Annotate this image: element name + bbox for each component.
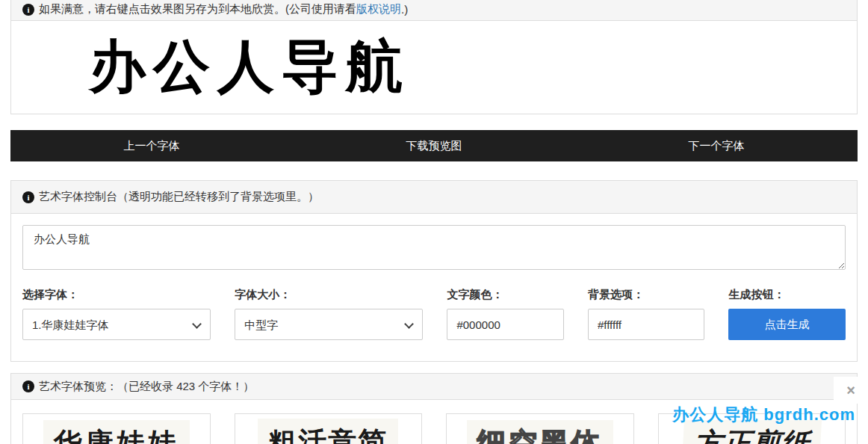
console-panel-title: 艺术字体控制台（透明功能已经转移到了背景选项里。）: [39, 190, 319, 204]
text-color-group: 文字颜色：: [447, 288, 564, 340]
generate-group: 生成按钮： 点击生成: [728, 288, 846, 340]
next-font-button[interactable]: 下一个字体: [575, 130, 858, 161]
font-select[interactable]: 1.华康娃娃字体: [22, 309, 211, 340]
close-icon[interactable]: ×: [834, 377, 868, 404]
font-select-group: 选择字体： 1.华康娃娃字体: [22, 288, 211, 340]
top-notice-bar: i 如果满意，请右键点击效果图另存为到本地欣赏。(公司使用请看 版权说明 .): [11, 0, 857, 21]
info-icon: i: [22, 380, 34, 392]
generate-button[interactable]: 点击生成: [728, 309, 846, 340]
font-card-cuhuo-yijian[interactable]: 粗活意简: [235, 413, 423, 444]
console-form-row: 选择字体： 1.华康娃娃字体 字体大小： 中型字: [22, 288, 846, 340]
text-color-input[interactable]: [447, 309, 564, 340]
font-select-label: 选择字体：: [22, 288, 211, 302]
result-panel: i 如果满意，请右键点击效果图另存为到本地欣赏。(公司使用请看 版权说明 .) …: [10, 0, 858, 114]
bg-option-label: 背景选项：: [588, 288, 705, 302]
console-body: 办公人导航 选择字体： 1.华康娃娃字体 字体大小： 中型字: [11, 214, 857, 361]
size-select-group: 字体大小： 中型字: [235, 288, 423, 340]
size-select-label: 字体大小：: [235, 288, 423, 302]
font-card-label: 细空黑体: [467, 420, 613, 444]
font-card-label: 粗活意简: [258, 419, 398, 444]
font-nav-bar: 上一个字体 下载预览图 下一个字体: [10, 130, 858, 161]
font-card-xikong-heiti[interactable]: 细空黑体: [446, 413, 634, 444]
rendered-art-text: 办公人导航: [11, 29, 410, 106]
copyright-link[interactable]: 版权说明: [356, 2, 401, 16]
font-preview-image[interactable]: 办公人导航: [11, 21, 857, 114]
console-panel-heading: i 艺术字体控制台（透明功能已经转移到了背景选项里。）: [11, 181, 857, 214]
font-card-huakang-wawa[interactable]: 华康娃娃: [22, 413, 211, 444]
font-size-select[interactable]: 中型字: [235, 309, 423, 340]
text-color-label: 文字颜色：: [447, 288, 564, 302]
prev-font-button[interactable]: 上一个字体: [10, 130, 293, 161]
ad-close-row: ×: [651, 377, 868, 404]
top-notice-text-after: .): [401, 3, 408, 16]
ad-overlay: × 办公人导航 bgrdh.com: [651, 377, 868, 426]
top-notice-text: 如果满意，请右键点击效果图另存为到本地欣赏。(公司使用请看: [39, 2, 356, 16]
art-text-input[interactable]: 办公人导航: [22, 225, 846, 270]
site-watermark[interactable]: 办公人导航 bgrdh.com: [651, 404, 868, 426]
bg-option-input[interactable]: [588, 309, 705, 340]
console-panel: i 艺术字体控制台（透明功能已经转移到了背景选项里。） 办公人导航 选择字体： …: [10, 180, 858, 362]
generate-label: 生成按钮：: [728, 288, 846, 302]
download-preview-button[interactable]: 下载预览图: [293, 130, 575, 161]
font-card-label: 华康娃娃: [43, 420, 190, 444]
info-icon: i: [22, 191, 34, 203]
bg-option-group: 背景选项：: [588, 288, 705, 340]
font-list-title: 艺术字体预览：（已经收录 423 个字体！）: [39, 380, 254, 394]
info-icon: i: [22, 4, 34, 16]
